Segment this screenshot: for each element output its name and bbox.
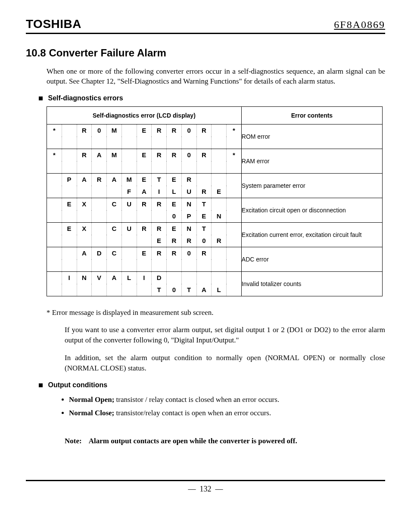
lcd-char: E [62, 198, 77, 210]
lcd-char [227, 210, 241, 222]
error-contents: RAM error [241, 149, 382, 173]
lcd-char: R [152, 198, 167, 210]
lcd-char [92, 223, 107, 235]
lcd-char [227, 161, 241, 173]
lcd-char: C [107, 247, 122, 259]
lcd-char: E [152, 235, 167, 247]
lcd-char: A [137, 186, 152, 198]
lcd-char [47, 198, 62, 210]
lcd-char: A [197, 284, 212, 296]
lcd-char: A [92, 149, 107, 161]
note-asterisk: * Error message is displayed in measurem… [47, 308, 385, 317]
normal-close-label: Normal Close; [69, 409, 114, 417]
lcd-char [77, 259, 92, 271]
lcd-char [182, 272, 197, 284]
lcd-char: L [122, 272, 137, 284]
lcd-char [47, 272, 62, 284]
lcd-char: * [47, 149, 62, 161]
lcd-char [47, 284, 62, 296]
lcd-char [182, 161, 197, 173]
lcd-char [62, 137, 77, 149]
lcd-char: P [62, 174, 77, 186]
lcd-char: E [62, 223, 77, 235]
lcd-char [227, 247, 241, 259]
lcd-display-cell: *RAMERR0R* [47, 149, 242, 173]
para-output-setting: If you want to use a converter error ala… [65, 325, 385, 345]
lcd-char [227, 137, 241, 149]
lcd-char [137, 137, 152, 149]
lcd-char [212, 174, 227, 186]
lcd-char: D [152, 272, 167, 284]
note-label: Note: [65, 437, 82, 445]
lcd-char [167, 272, 182, 284]
table-head-lcd: Self-diagnostics error (LCD display) [47, 106, 242, 124]
page: TOSHIBA 6F8A0869 10.8 Converter Failure … [0, 0, 411, 507]
lcd-char: R [197, 149, 212, 161]
list-item: Normal Close; transistor/relay contact i… [69, 407, 385, 420]
lcd-char: U [182, 186, 197, 198]
lcd-char: R [92, 174, 107, 186]
lcd-char: R [182, 174, 197, 186]
lcd-char: R [197, 247, 212, 259]
lcd-char [152, 161, 167, 173]
lcd-char: 0 [92, 124, 107, 137]
lcd-char: E [167, 174, 182, 186]
lcd-char: E [167, 223, 182, 235]
lcd-char: M [122, 174, 137, 186]
lcd-char: N [77, 272, 92, 284]
lcd-char [107, 210, 122, 222]
lcd-char [47, 174, 62, 186]
lcd-char [77, 235, 92, 247]
lcd-char [92, 210, 107, 222]
lcd-char [122, 259, 137, 271]
lcd-char [167, 259, 182, 271]
intro-paragraph: When one or more of the following conver… [47, 67, 385, 87]
lcd-char [47, 235, 62, 247]
lcd-char [137, 235, 152, 247]
lcd-char: L [167, 186, 182, 198]
lcd-char: A [77, 174, 92, 186]
lcd-char [227, 198, 241, 210]
lcd-char [212, 247, 227, 259]
lcd-char [167, 161, 182, 173]
lcd-char [122, 161, 137, 173]
lcd-char: 0 [167, 284, 182, 296]
lcd-char: U [122, 198, 137, 210]
lcd-char: C [107, 223, 122, 235]
lcd-char: R [167, 235, 182, 247]
lcd-char: E [197, 210, 212, 222]
lcd-char [197, 272, 212, 284]
lcd-char [47, 186, 62, 198]
lcd-char: R [197, 124, 212, 137]
lcd-char: E [137, 174, 152, 186]
lcd-char [47, 247, 62, 259]
lcd-char [122, 137, 137, 149]
lcd-char [227, 186, 241, 198]
lcd-char [182, 259, 197, 271]
lcd-char [77, 137, 92, 149]
conditions-list: Normal Open; transistor / relay contact … [69, 393, 385, 420]
subhead-errors-label: Self-diagnostics errors [48, 94, 123, 102]
lcd-char [122, 210, 137, 222]
lcd-char [212, 137, 227, 149]
lcd-char [152, 137, 167, 149]
lcd-char: T [182, 284, 197, 296]
lcd-char [137, 259, 152, 271]
lcd-char [122, 247, 137, 259]
lcd-char [122, 149, 137, 161]
lcd-char [47, 137, 62, 149]
list-item: Normal Open; transistor / relay contact … [69, 393, 385, 407]
lcd-char [197, 174, 212, 186]
section-number: 10.8 [26, 47, 46, 59]
error-contents: Excitation circuit open or disconnection [241, 198, 382, 222]
normal-open-label: Normal Open; [69, 395, 114, 404]
lcd-char [122, 284, 137, 296]
lcd-char [47, 259, 62, 271]
lcd-char [47, 210, 62, 222]
lcd-char [212, 272, 227, 284]
lcd-char: N [212, 210, 227, 222]
lcd-char: 0 [197, 235, 212, 247]
lcd-char [197, 137, 212, 149]
lcd-char [107, 235, 122, 247]
subhead-conditions-label: Output conditions [48, 381, 107, 389]
